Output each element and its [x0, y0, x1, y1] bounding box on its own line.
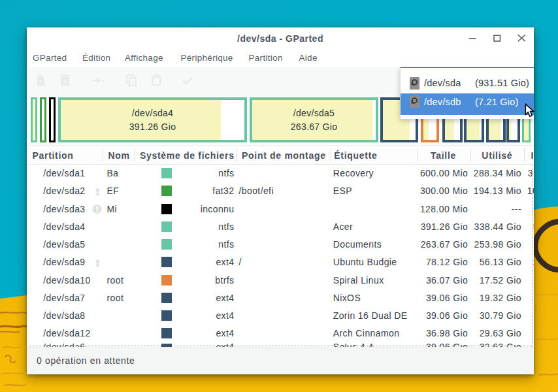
svg-text:x: x [63, 78, 67, 85]
svg-text:+: + [39, 78, 42, 85]
